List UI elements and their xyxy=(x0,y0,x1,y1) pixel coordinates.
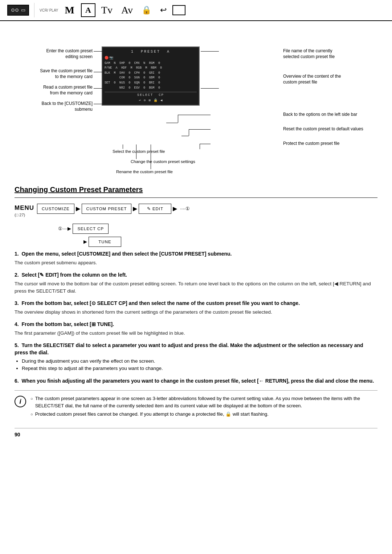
step-6-num: 6. xyxy=(15,378,19,384)
letter-m: M xyxy=(61,3,78,17)
nav-divider xyxy=(34,3,34,17)
menu-dots: ····① xyxy=(179,205,191,212)
letter-a: A xyxy=(81,3,95,17)
step-5-bullets: During the adjustment you can verify the… xyxy=(22,358,377,372)
menu-item-custom-preset: CUSTOM PRESET xyxy=(82,204,132,214)
step-3-num: 3. xyxy=(15,300,19,306)
line-enter-preset xyxy=(94,51,102,52)
ann-change-settings: Change the custom preset settings xyxy=(131,159,195,164)
screen-data: GAM N SHP 0 CMX N RGM 0 P/NE A HDF M RGB… xyxy=(105,61,197,91)
vcr-icon: ⊙⊙ xyxy=(11,7,19,13)
step-3-body: The overview display shows in shortened … xyxy=(15,309,377,316)
ann-overview: Overview of the content of thecustom pre… xyxy=(283,74,370,85)
step-4-heading-text: From the bottom bar, select [⊞ TUNE]. xyxy=(21,321,114,327)
screen-select-label: SELECT CP xyxy=(105,92,197,98)
line-read-preset xyxy=(94,88,102,89)
steps-section: 1. Open the menu, select [CUSTOMIZE] and… xyxy=(15,250,377,384)
info-bullet-1-text: The custom preset parameters appear in o… xyxy=(35,395,377,409)
camera-screen: 1 PRESET A 🔴 📷 GAM N SHP 0 CMX N RGM 0 P… xyxy=(102,46,200,106)
return-icon: ↩ xyxy=(157,5,170,16)
step-1: 1. Open the menu, select [CUSTOMIZE] and… xyxy=(15,250,377,266)
info-box: i The custom preset parameters appear in… xyxy=(15,390,377,419)
return-btn: ↩ xyxy=(139,98,141,103)
step-5-heading: 5. Turn the SELECT/SET dial to select a … xyxy=(15,342,377,356)
info-bullet-1: The custom preset parameters appear in o… xyxy=(30,395,377,409)
step-1-num: 1. xyxy=(15,251,19,257)
info-bullet-2: Protected custom preset files cannot be … xyxy=(30,411,377,418)
vcr-play-label: VCR/ PLAY xyxy=(40,8,58,12)
screen-bottom-icons: ↩ ⊙ ⊞ 🔒 ◀ xyxy=(105,98,197,103)
tune-btn: ⊞ xyxy=(149,98,151,103)
hline-reset2 xyxy=(181,136,189,136)
menu-items-row: CUSTOMIZE ▶ CUSTOM PRESET ▶ ✎ EDIT ▶ ···… xyxy=(37,204,191,214)
right-btn: ◀ xyxy=(160,98,162,103)
step-6-heading-text: When you finish adjusting all the parame… xyxy=(21,378,374,384)
page-number: 90 xyxy=(15,428,377,439)
step-3: 3. From the bottom bar, select [⊙ SELECT… xyxy=(15,300,377,316)
vline-rename xyxy=(151,144,151,169)
step-1-heading: 1. Open the menu, select [CUSTOMIZE] and… xyxy=(15,250,377,258)
ann-save-preset: Save the custom preset fileto the memory… xyxy=(15,68,93,80)
screen-icon: ▭ xyxy=(21,7,25,13)
info-icon: i xyxy=(15,396,26,407)
vline-back-options xyxy=(178,115,178,123)
vline-select-cp xyxy=(123,144,123,149)
step-2: 2. Select [✎ EDIT] from the column on th… xyxy=(15,272,377,295)
vline-protect xyxy=(200,144,200,149)
ann-back-options: Back to the options on the left side bar xyxy=(283,112,370,118)
menu-item-tune: TUNE xyxy=(89,237,121,247)
step-5-num: 5. xyxy=(15,342,19,348)
step-5-heading-text: Turn the SELECT/SET dial to select a par… xyxy=(15,342,363,355)
screen-icon-record: 🔴 xyxy=(105,56,109,61)
menu-sub-prefix-1: ①····▶ xyxy=(58,225,71,232)
line-back-customize xyxy=(94,104,102,104)
menu-arrow-2: ▶ xyxy=(131,205,139,213)
lock-btn: 🔒 xyxy=(154,98,158,103)
section-title: Changing Custom Preset Parameters xyxy=(15,184,377,198)
screen-icon-cam: 📷 xyxy=(109,56,113,61)
page-content: 1 PRESET A 🔴 📷 GAM N SHP 0 CMX N RGM 0 P… xyxy=(0,21,392,453)
line-protect xyxy=(200,144,211,144)
ann-filename: File name of the currentlyselected custo… xyxy=(283,48,370,60)
ann-rename: Rename the custom preset file xyxy=(116,169,173,175)
info-bullet-2-text: Protected custom preset files cannot be … xyxy=(35,411,269,418)
line-overview xyxy=(201,88,219,89)
menu-ref: (□ 27) xyxy=(15,212,25,218)
menu-arrow-1: ▶ xyxy=(74,205,82,213)
screen-row-icons: 🔴 📷 xyxy=(105,56,197,61)
letter-av: Av xyxy=(118,3,136,17)
step-2-body: The cursor will move to the bottom bar o… xyxy=(15,280,377,295)
menu-item-select-cp: SELECT CP xyxy=(73,224,109,234)
info-content: The custom preset parameters appear in o… xyxy=(30,395,377,419)
ann-select-cp: Select the custom preset file xyxy=(113,149,165,154)
nav-icons-left: ⊙⊙ ▭ xyxy=(7,5,29,16)
top-navigation: ⊙⊙ ▭ VCR/ PLAY M A Tv Av 🔒 ↩ xyxy=(0,0,392,21)
step-6-heading: 6. When you finish adjusting all the par… xyxy=(15,378,377,385)
step-4-heading: 4. From the bottom bar, select [⊞ TUNE]. xyxy=(15,321,377,328)
menu-arrow-3: ▶ xyxy=(171,205,179,213)
step-5-bullet-2: Repeat this step to adjust all the param… xyxy=(22,365,377,372)
square-icon xyxy=(172,5,185,15)
vline-reset-preset xyxy=(189,129,189,136)
step-4-body: The first parameter ([GAM]) of the custo… xyxy=(15,330,377,337)
step-1-body: The custom preset submenu appears. xyxy=(15,259,377,266)
step-2-heading: 2. Select [✎ EDIT] from the column on th… xyxy=(15,272,377,279)
lock-icon: 🔒 xyxy=(139,5,154,16)
diagram-section: 1 PRESET A 🔴 📷 GAM N SHP 0 CMX N RGM 0 P… xyxy=(15,28,377,181)
vline-change xyxy=(136,144,136,159)
step-3-heading-text: From the bottom bar, select [⊙ SELECT CP… xyxy=(21,300,300,306)
ann-read-preset: Read a custom preset filefrom the memory… xyxy=(15,85,93,96)
step-4: 4. From the bottom bar, select [⊞ TUNE].… xyxy=(15,321,377,337)
line-save-preset xyxy=(94,72,102,72)
menu-item-edit: ✎ EDIT xyxy=(139,204,171,214)
step-4-num: 4. xyxy=(15,321,19,327)
step-3-heading: 3. From the bottom bar, select [⊙ SELECT… xyxy=(15,300,377,307)
menu-row: MENU (□ 27) CUSTOMIZE ▶ CUSTOM PRESET ▶ … xyxy=(15,204,377,218)
menu-label-block: MENU (□ 27) xyxy=(15,204,34,218)
line-reset-preset xyxy=(189,129,211,130)
menu-sub-row-1: ①····▶ SELECT CP xyxy=(58,224,377,234)
letter-tv: Tv xyxy=(98,3,115,17)
step-5: 5. Turn the SELECT/SET dial to select a … xyxy=(15,342,377,372)
step-2-heading-text: Select [✎ EDIT] from the column on the l… xyxy=(21,272,127,278)
menu-item-customize: CUSTOMIZE xyxy=(37,204,74,214)
